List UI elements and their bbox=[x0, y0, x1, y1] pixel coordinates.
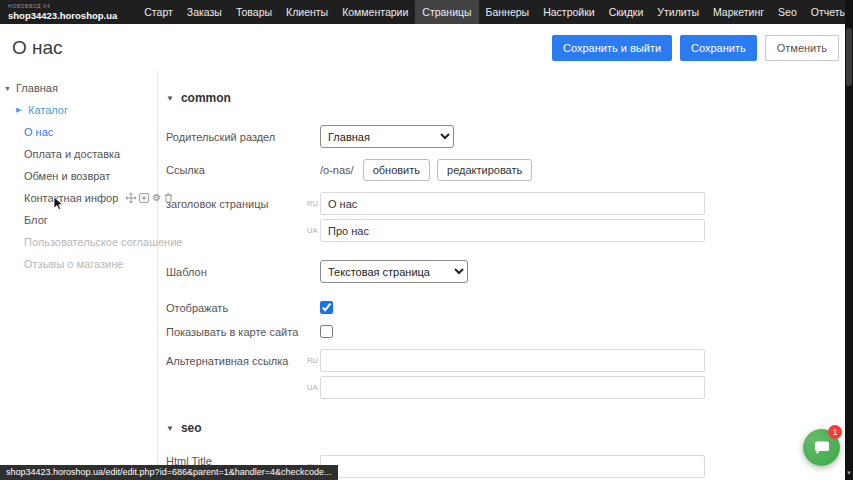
chat-widget-button[interactable]: 1 bbox=[803, 429, 840, 466]
alt-link-label: Альтернативная ссылка bbox=[166, 355, 307, 367]
menu-item-products[interactable]: Товары bbox=[229, 0, 279, 24]
logo-domain: shop34423.horoshop.ua bbox=[8, 11, 117, 21]
link-path: /o-nas/ bbox=[320, 164, 354, 176]
lang-ua-label: UA bbox=[307, 226, 320, 235]
scroll-down-icon[interactable]: ▼ bbox=[845, 470, 853, 476]
display-checkbox[interactable] bbox=[320, 301, 333, 314]
page-title-ru-input[interactable] bbox=[320, 192, 705, 215]
lang-ru-label: RU bbox=[307, 199, 320, 208]
main-menu: Старт Заказы Товары Клиенты Комментарии … bbox=[137, 0, 853, 24]
settings-icon[interactable]: ⚙ bbox=[152, 193, 161, 203]
sidebar-item-catalog[interactable]: ▶ Каталог bbox=[0, 99, 157, 121]
cancel-button[interactable]: Отменить bbox=[765, 35, 839, 61]
chevron-down-icon: ▼ bbox=[166, 94, 174, 103]
section-seo[interactable]: ▼ seo bbox=[166, 421, 853, 435]
delete-icon[interactable] bbox=[164, 193, 173, 203]
menu-item-clients[interactable]: Клиенты bbox=[279, 0, 335, 24]
logo-subtitle: НОВОВВОД V4 bbox=[8, 4, 117, 9]
sidebar-item-contact-info[interactable]: Контактная инфор ⚙ bbox=[0, 187, 157, 209]
lang-ru-label: RU bbox=[307, 356, 320, 365]
edit-form: ▼ common Родительский раздел Главная Ссы… bbox=[157, 71, 853, 480]
pages-tree: ▼ Главная ▶ Каталог О нас Оплата и доста… bbox=[0, 71, 157, 480]
sidebar-item-payment-delivery[interactable]: Оплата и доставка bbox=[0, 143, 157, 165]
menu-item-banners[interactable]: Баннеры bbox=[479, 0, 537, 24]
topbar: НОВОВВОД V4 shop34423.horoshop.ua Старт … bbox=[0, 0, 853, 24]
chevron-right-icon: ▶ bbox=[16, 106, 24, 114]
section-common[interactable]: ▼ common bbox=[166, 91, 853, 105]
parent-section-select[interactable]: Главная bbox=[320, 125, 454, 148]
menu-item-comments[interactable]: Комментарии bbox=[335, 0, 415, 24]
page-title: О нас bbox=[12, 37, 63, 59]
save-button[interactable]: Сохранить bbox=[680, 35, 757, 61]
lang-ua-label: UA bbox=[307, 383, 320, 392]
link-refresh-button[interactable]: обновить bbox=[363, 159, 430, 181]
sitemap-label: Показывать в карте сайта bbox=[166, 326, 307, 338]
sidebar-item-home[interactable]: ▼ Главная bbox=[0, 77, 157, 99]
sidebar-item-blog[interactable]: Блог bbox=[0, 209, 157, 231]
menu-item-start[interactable]: Старт bbox=[137, 0, 180, 24]
page-title-label: заголовок страницы bbox=[166, 198, 307, 210]
page-title-ua-input[interactable] bbox=[320, 219, 705, 242]
menu-item-pages[interactable]: Страницы bbox=[415, 0, 478, 24]
sidebar-item-store-reviews[interactable]: Отзывы о магазине bbox=[0, 253, 157, 275]
alt-link-ru-input[interactable] bbox=[320, 349, 705, 372]
chevron-down-icon: ▼ bbox=[166, 424, 174, 433]
html-title-ru-input[interactable] bbox=[320, 455, 705, 478]
scrollbar-thumb[interactable] bbox=[846, 28, 852, 86]
sidebar-item-about[interactable]: О нас bbox=[0, 121, 157, 143]
sidebar-item-exchange-return[interactable]: Обмен и возврат bbox=[0, 165, 157, 187]
chevron-down-icon: ▼ bbox=[4, 85, 12, 92]
link-label: Ссылка bbox=[166, 164, 307, 176]
alt-link-ua-input[interactable] bbox=[320, 376, 705, 399]
template-label: Шаблон bbox=[166, 266, 307, 278]
link-edit-button[interactable]: редактировать bbox=[437, 159, 532, 181]
move-icon[interactable] bbox=[126, 193, 136, 203]
status-url: shop34423.horoshop.ua/edit/edit.php?id=6… bbox=[0, 465, 338, 480]
menu-item-seo[interactable]: Seo bbox=[771, 0, 804, 24]
parent-section-label: Родительский раздел bbox=[166, 131, 307, 143]
menu-item-discounts[interactable]: Скидки bbox=[602, 0, 651, 24]
save-and-exit-button[interactable]: Сохранить и выйти bbox=[552, 35, 672, 61]
scrollbar-track[interactable]: ▼ bbox=[845, 0, 853, 480]
menu-item-orders[interactable]: Заказы bbox=[180, 0, 229, 24]
menu-item-marketing[interactable]: Маркетинг bbox=[706, 0, 771, 24]
sidebar-item-user-agreement[interactable]: Пользовательское соглашение bbox=[0, 231, 157, 253]
logo[interactable]: НОВОВВОД V4 shop34423.horoshop.ua bbox=[0, 3, 127, 22]
template-select[interactable]: Текстовая страница bbox=[320, 260, 468, 283]
chat-badge: 1 bbox=[828, 425, 842, 439]
page-header: О нас Сохранить и выйти Сохранить Отмени… bbox=[0, 24, 853, 71]
chat-bubble-icon bbox=[813, 439, 831, 457]
menu-item-settings[interactable]: Настройки bbox=[536, 0, 602, 24]
add-page-icon[interactable] bbox=[139, 193, 149, 203]
mouse-cursor bbox=[53, 196, 64, 213]
display-label: Отображать bbox=[166, 302, 307, 314]
menu-item-utilities[interactable]: Утилиты bbox=[650, 0, 706, 24]
sitemap-checkbox[interactable] bbox=[320, 325, 333, 338]
